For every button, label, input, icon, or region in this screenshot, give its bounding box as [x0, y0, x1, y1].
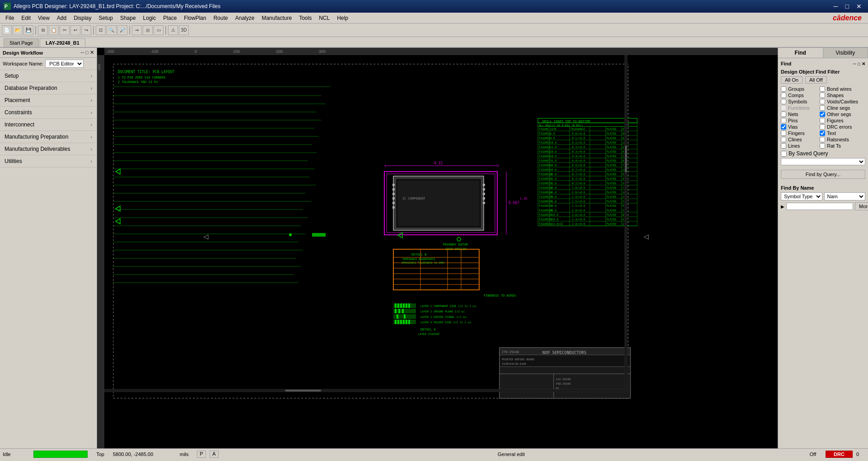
- filter-row-4: Functions Cline segs: [781, 105, 865, 111]
- all-off-button[interactable]: All Off: [805, 76, 827, 84]
- checkbox-fingers[interactable]: [781, 130, 786, 136]
- via-btn[interactable]: ◎: [143, 25, 153, 35]
- checkbox-drcerrors[interactable]: [820, 124, 825, 130]
- route-btn[interactable]: ⇒: [132, 25, 142, 35]
- save-button[interactable]: 💾: [23, 25, 33, 35]
- menu-item-ncl[interactable]: NCL: [315, 14, 333, 22]
- workflow-close[interactable]: ✕: [90, 50, 94, 56]
- menu-item-view[interactable]: View: [34, 14, 53, 22]
- open-button[interactable]: 📂: [13, 25, 23, 35]
- workflow-restore[interactable]: □: [85, 50, 89, 56]
- menu-item-setup[interactable]: Setup: [95, 14, 117, 22]
- checkbox-nets[interactable]: [781, 112, 786, 117]
- menu-item-route[interactable]: Route: [210, 14, 232, 22]
- maximize-button[interactable]: □: [843, 2, 852, 11]
- menu-item-tools[interactable]: Tools: [295, 14, 315, 22]
- menu-item-edit[interactable]: Edit: [18, 14, 34, 22]
- find-title-controls[interactable]: ─ □ ✕: [853, 61, 865, 66]
- tab-find[interactable]: Find: [778, 48, 823, 58]
- checkbox-ratsnests[interactable]: [820, 137, 825, 142]
- zoom-fit[interactable]: ⊡: [96, 25, 106, 35]
- canvas-content[interactable]: DOCUMENT TITLE: PCB LAYOUT 1 TO PIN ZERO…: [104, 55, 778, 448]
- menu-item-display[interactable]: Display: [70, 14, 95, 22]
- label-vias: Vias: [788, 124, 798, 130]
- checkbox-vias[interactable]: [781, 124, 786, 130]
- svg-text:2: 2: [622, 195, 624, 198]
- cut-button[interactable]: ✂: [60, 25, 70, 35]
- symbol-type-select[interactable]: Symbol Type: [781, 192, 822, 200]
- checkbox-bondwires[interactable]: [820, 86, 825, 92]
- checkbox-clinesegs[interactable]: [820, 105, 825, 111]
- titlebar-controls[interactable]: ─ □ ✕: [831, 2, 864, 11]
- redo-button[interactable]: ↪: [81, 25, 91, 35]
- checkbox-pins[interactable]: [781, 118, 786, 123]
- checkbox-saved-query[interactable]: [781, 151, 787, 157]
- menu-item-shape[interactable]: Shape: [117, 14, 140, 22]
- svg-text:2 TOLERANCE TBD 13 P1: 2 TOLERANCE TBD 13 P1: [118, 80, 158, 84]
- menu-item-logic[interactable]: Logic: [140, 14, 160, 22]
- menu-item-add[interactable]: Add: [53, 14, 70, 22]
- menu-item-manufacture[interactable]: Manufacture: [258, 14, 295, 22]
- title-text: Allegro PCB Designer: LAY-29248_B1.brd P…: [14, 3, 220, 9]
- pcb-display[interactable]: DOCUMENT TITLE: PCB LAYOUT 1 TO PIN ZERO…: [104, 55, 778, 448]
- checkbox-ratts[interactable]: [820, 143, 825, 149]
- paste-button[interactable]: 📋: [49, 25, 59, 35]
- workflow-item-utilities[interactable]: Utilities›: [0, 155, 97, 168]
- tab-visibility[interactable]: Visibility: [823, 48, 868, 58]
- workflow-header-controls[interactable]: ─ □ ✕: [81, 50, 94, 56]
- workflow-item-setup[interactable]: Setup›: [0, 70, 97, 82]
- workflow-item-constraints[interactable]: Constraints›: [0, 107, 97, 119]
- workflow-item-mfg-del[interactable]: Manufacturing Deliverables›: [0, 143, 97, 155]
- workflow-item-placement[interactable]: Placement›: [0, 94, 97, 107]
- menu-item-analyze[interactable]: Analyze: [232, 14, 258, 22]
- workspace-select[interactable]: PCB Editor: [45, 60, 84, 68]
- find-maximize[interactable]: □: [858, 61, 860, 66]
- zoom-in[interactable]: 🔍: [107, 25, 117, 35]
- minimize-button[interactable]: ─: [831, 2, 841, 11]
- workflow-item-interconnect[interactable]: Interconnect›: [0, 119, 97, 131]
- name-select[interactable]: Nam: [824, 192, 866, 200]
- checkbox-voids[interactable]: [820, 99, 825, 104]
- find-arrow[interactable]: ▶: [781, 204, 784, 209]
- undo-button[interactable]: ↩: [70, 25, 80, 35]
- more-button[interactable]: More...: [855, 202, 868, 210]
- copy-button[interactable]: ⧉: [38, 25, 48, 35]
- menu-item-place[interactable]: Place: [159, 14, 180, 22]
- canvas-area[interactable]: -200 -100 0 100 200 300 -100 DOCUMENT TI…: [97, 48, 778, 448]
- filter-text: Text: [820, 130, 856, 136]
- shape-btn[interactable]: ▭: [154, 25, 163, 35]
- workflow-minimize[interactable]: ─: [81, 50, 84, 56]
- close-button[interactable]: ✕: [854, 2, 864, 11]
- new-button[interactable]: 📄: [2, 25, 12, 35]
- workflow-item-db-prep[interactable]: Database Preparation›: [0, 82, 97, 94]
- zoom-out[interactable]: 🔎: [117, 25, 127, 35]
- checkbox-functions[interactable]: [781, 105, 786, 111]
- find-restore[interactable]: ─: [853, 61, 856, 66]
- saved-query-select[interactable]: [781, 158, 865, 165]
- menu-item-flowplan[interactable]: FlowPlan: [180, 14, 210, 22]
- workflow-item-mfg-prep[interactable]: Manufacturing Preparation›: [0, 131, 97, 143]
- label-clinesegs: Cline segs: [827, 105, 850, 111]
- status-a-button[interactable]: A: [210, 451, 219, 458]
- checkbox-lines[interactable]: [781, 143, 786, 149]
- menu-item-file[interactable]: File: [2, 14, 18, 22]
- checkbox-symbols[interactable]: [781, 99, 786, 104]
- find-close[interactable]: ✕: [862, 61, 865, 66]
- 3d-btn[interactable]: 3D: [179, 25, 189, 35]
- find-name-input[interactable]: [786, 203, 853, 210]
- find-by-query-button[interactable]: Find by Query...: [781, 170, 865, 179]
- checkbox-shapes[interactable]: [820, 93, 825, 98]
- tab-start-page[interactable]: Start Page: [4, 38, 39, 47]
- menu-item-help[interactable]: Help: [333, 14, 352, 22]
- status-p-button[interactable]: P: [197, 451, 206, 458]
- checkbox-groups[interactable]: [781, 86, 786, 92]
- checkbox-comps[interactable]: [781, 93, 786, 98]
- drc-btn[interactable]: ⚠: [168, 25, 178, 35]
- tab-lay-29248-b1[interactable]: LAY-29248_B1: [40, 38, 85, 47]
- filter-row-9: Clines Ratsnests: [781, 137, 865, 142]
- all-on-button[interactable]: All On: [781, 76, 803, 84]
- checkbox-othersegs[interactable]: [820, 112, 825, 117]
- checkbox-text[interactable]: [820, 130, 825, 136]
- checkbox-clines[interactable]: [781, 137, 786, 142]
- checkbox-figures[interactable]: [820, 118, 825, 123]
